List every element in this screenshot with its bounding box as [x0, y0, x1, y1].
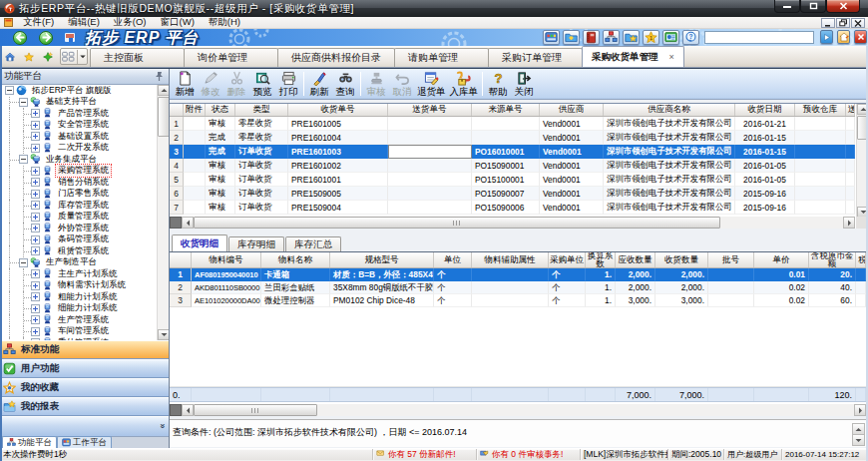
tree-item[interactable]: 细能力计划系统: [0, 303, 158, 315]
toolbar-button-审核[interactable]: 审核: [363, 70, 389, 99]
column-header-来源单号[interactable]: 来源单号: [472, 104, 540, 116]
cell[interactable]: PRE1601003: [288, 145, 388, 159]
column-header-供应商名称[interactable]: 供应商名称: [604, 104, 735, 116]
detail-tab-1[interactable]: 库存明细: [228, 236, 284, 251]
cell[interactable]: Vend0001: [540, 201, 604, 215]
cell[interactable]: [708, 294, 754, 307]
mdi-minimize-button[interactable]: [821, 18, 835, 28]
cell[interactable]: 1.: [586, 294, 616, 307]
cell[interactable]: 深圳市领创电子技术开发有限公司: [604, 173, 735, 187]
tree-expand-toggle[interactable]: [31, 292, 40, 301]
cell[interactable]: 2,000.: [616, 268, 655, 281]
tree-expand-toggle[interactable]: [31, 109, 40, 118]
cell[interactable]: 微处理控制器: [261, 294, 330, 307]
cell[interactable]: [472, 117, 540, 131]
cell[interactable]: PRE1509004: [288, 201, 388, 215]
grid2-row-2[interactable]: 3AE101020000DA00微处理控制器PM0102 Chip Dice-4…: [170, 294, 866, 307]
toolbar-button-退货单[interactable]: 退货单: [415, 70, 448, 99]
tree-item[interactable]: 基础设置系统: [0, 131, 158, 143]
column-header-预收仓库[interactable]: 预收仓库: [795, 104, 846, 116]
tree-scroll-up-button[interactable]: [158, 85, 169, 96]
tree-item[interactable]: 粗能力计划系统: [0, 291, 158, 303]
tree-item[interactable]: 条码管理系统: [0, 234, 158, 246]
cell[interactable]: PO16010001: [472, 145, 540, 159]
cell[interactable]: [184, 187, 206, 201]
document-tab-1[interactable]: 询价单管理: [184, 48, 278, 67]
cell[interactable]: [184, 131, 206, 145]
outlook-bar-1[interactable]: 用户功能: [0, 359, 169, 378]
cell[interactable]: [856, 294, 866, 307]
cell[interactable]: PM0102 Chip Dice-48: [330, 294, 434, 307]
nav-back-button[interactable]: [13, 31, 27, 45]
cell[interactable]: 2016-01-15: [735, 145, 795, 159]
cell[interactable]: 深圳市领创电子技术开发有限公司: [604, 187, 735, 201]
tree-expand-toggle[interactable]: [31, 304, 40, 313]
quick-browser-button[interactable]: [662, 30, 679, 45]
toolbar-button-新增[interactable]: 新增: [172, 70, 198, 99]
quick-folder-add-button[interactable]: [623, 30, 640, 45]
tree-expand-toggle[interactable]: [31, 121, 40, 130]
cell[interactable]: 个: [434, 294, 472, 307]
grid1-row-0[interactable]: 1审核零星收货PRE1601005Vend0001深圳市领创电子技术开发有限公司…: [170, 117, 855, 131]
cell[interactable]: 审核: [206, 173, 235, 187]
tree-expand-toggle[interactable]: [31, 269, 40, 278]
cell[interactable]: 1.: [586, 281, 616, 294]
cell[interactable]: [472, 131, 540, 145]
cell[interactable]: AE101020000DA00: [192, 294, 261, 307]
tree-expand-toggle[interactable]: [31, 132, 40, 141]
cell[interactable]: PO15090006: [472, 201, 540, 215]
cell[interactable]: 零星收货: [235, 117, 288, 131]
cell[interactable]: 审核: [206, 159, 235, 173]
toolbar-button-帮助[interactable]: ?帮助: [485, 70, 511, 99]
toolbar-button-修改[interactable]: 修改: [198, 70, 223, 99]
grid1-row-4[interactable]: 5审核订单收货PRE1601001PO15100001Vend0001深圳市领创…: [170, 173, 855, 187]
tree-item[interactable]: 基础支持平台: [0, 97, 158, 109]
grid-horizontal-scrollbar[interactable]: [170, 217, 855, 229]
cell[interactable]: PRE1601002: [288, 159, 388, 173]
cell[interactable]: [708, 268, 754, 281]
grid1-row-6[interactable]: 7审核订单收货PRE1509004PO15090006Vend0001深圳市领创…: [170, 201, 855, 215]
cell[interactable]: [472, 268, 549, 281]
cell[interactable]: 5: [170, 173, 184, 187]
tree-item[interactable]: 销售分销系统: [0, 177, 158, 189]
quick-notebook-button[interactable]: [583, 30, 600, 45]
cell[interactable]: PO15100001: [472, 173, 540, 187]
mdi-close-button[interactable]: [851, 18, 865, 28]
toolbar-button-预览[interactable]: 预览: [249, 70, 275, 99]
column-header-税[interactable]: 税: [856, 252, 866, 267]
cell[interactable]: [388, 131, 472, 145]
tree-item[interactable]: 库存管理系统: [0, 200, 158, 212]
document-tab-3[interactable]: 请购单管理: [394, 48, 489, 67]
tree-expand-toggle[interactable]: [19, 155, 28, 164]
column-header-供应商[interactable]: 供应商: [540, 104, 604, 116]
cell[interactable]: 2,000.: [655, 268, 708, 281]
outlook-overflow-bar[interactable]: »: [0, 416, 169, 436]
tree-expand-toggle[interactable]: [31, 190, 40, 199]
cell[interactable]: 个: [434, 281, 472, 294]
cell[interactable]: 2016-01-15: [735, 131, 795, 145]
document-tab-4[interactable]: 采购订单管理: [488, 48, 583, 67]
column-header-单价[interactable]: 单价: [754, 252, 809, 267]
mdi-restore-button[interactable]: [836, 18, 850, 28]
column-header-物料名称[interactable]: 物料名称: [261, 252, 330, 267]
cell[interactable]: 卡通箱: [261, 268, 330, 281]
tree-item[interactable]: 物料需求计划系统: [0, 280, 158, 292]
cell[interactable]: 订单收货: [235, 159, 288, 173]
tree-expand-toggle[interactable]: [31, 167, 40, 176]
cell[interactable]: 2015-09-16: [735, 201, 795, 215]
cell[interactable]: [795, 145, 846, 159]
quick-favorite-star-button[interactable]: 1: [643, 30, 659, 45]
cell[interactable]: 0.02: [754, 294, 809, 307]
grid1-row-3[interactable]: 4审核订单收货PRE1601002PO15090001Vend0001深圳市领创…: [170, 159, 855, 173]
window-list-button[interactable]: [60, 48, 88, 65]
pin-icon[interactable]: [154, 71, 165, 82]
tree-item[interactable]: 生产管理系统: [0, 314, 158, 326]
detail-scroll-right-button[interactable]: [854, 404, 866, 416]
cell[interactable]: [388, 145, 472, 159]
column-header-应收数量[interactable]: 应收数量: [616, 252, 655, 267]
tree-expand-toggle[interactable]: [19, 258, 28, 267]
cell[interactable]: 40.: [809, 281, 856, 294]
sidebar-tab-0[interactable]: 功能平台: [2, 436, 57, 448]
menu-item-3[interactable]: 窗口(W): [156, 16, 200, 29]
menu-item-4[interactable]: 帮助(H): [204, 16, 245, 29]
